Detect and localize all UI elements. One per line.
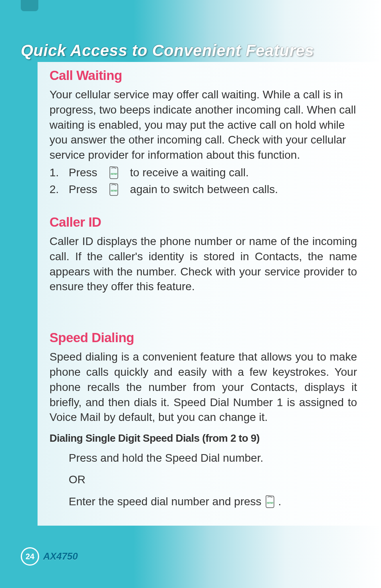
- svg-text:SEND: SEND: [266, 502, 273, 504]
- speed-dial-steps: Press and hold the Speed Dial number. OR…: [69, 452, 357, 508]
- heading-call-waiting: Call Waiting: [50, 68, 357, 83]
- body-caller-id: Caller ID displays the phone number or n…: [50, 234, 357, 294]
- send-key-icon: SEND: [108, 183, 120, 196]
- step-1: 1. Press SEND to receive a waiting call.: [50, 166, 357, 179]
- step-2: 2. Press SEND again to switch between ca…: [50, 183, 357, 196]
- section-speed-dialing: Speed Dialing Speed dialing is a conveni…: [50, 330, 357, 508]
- step-number: 1.: [50, 166, 58, 179]
- send-key-icon: SEND: [264, 495, 276, 508]
- speed-dial-line1: Press and hold the Speed Dial number.: [69, 452, 357, 464]
- svg-text:SEND: SEND: [110, 189, 117, 192]
- send-key-icon: SEND: [108, 166, 120, 179]
- model-label: AX4750: [43, 551, 78, 562]
- step-number: 2.: [50, 183, 58, 196]
- heading-caller-id: Caller ID: [50, 215, 357, 230]
- page-number: 24: [26, 552, 34, 561]
- body-call-waiting: Your cellular service may offer call wai…: [50, 87, 357, 163]
- page-title: Quick Access to Convenient Features: [21, 42, 314, 60]
- step-post: to receive a waiting call.: [130, 166, 249, 179]
- step-pre: Press: [69, 183, 97, 196]
- step-post: again to switch between calls.: [130, 183, 278, 196]
- speed-dial-line2-pre: Enter the speed dial number and press: [69, 495, 262, 508]
- step-pre: Press: [69, 166, 97, 179]
- subheading-speed-dial-single: Dialing Single Digit Speed Dials (from 2…: [50, 432, 357, 444]
- page-number-badge: 24: [21, 547, 39, 566]
- speed-dial-line2: Enter the speed dial number and press SE…: [69, 495, 357, 508]
- svg-text:SEND: SEND: [110, 173, 117, 175]
- body-speed-dialing: Speed dialing is a convenient feature th…: [50, 349, 357, 425]
- page-footer: 24 AX4750: [21, 547, 78, 566]
- title-bar: Quick Access to Convenient Features: [21, 39, 381, 62]
- speed-dial-line2-post: .: [278, 495, 282, 508]
- heading-speed-dialing: Speed Dialing: [50, 330, 357, 345]
- page-tab: [21, 0, 38, 11]
- section-caller-id: Caller ID Caller ID displays the phone n…: [50, 215, 357, 294]
- content-area: Call Waiting Your cellular service may o…: [50, 68, 357, 527]
- steps-call-waiting: 1. Press SEND to receive a waiting call.…: [50, 166, 357, 196]
- section-call-waiting: Call Waiting Your cellular service may o…: [50, 68, 357, 196]
- speed-dial-or: OR: [69, 473, 357, 486]
